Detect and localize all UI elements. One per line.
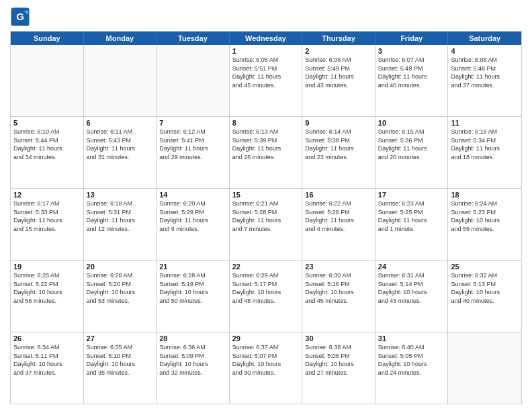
day-cell: 7Sunrise: 6:12 AM Sunset: 5:41 PM Daylig… <box>157 117 230 188</box>
day-number: 15 <box>232 191 300 199</box>
day-info: Sunrise: 6:34 AM Sunset: 5:11 PM Dayligh… <box>13 343 81 377</box>
day-info: Sunrise: 6:24 AM Sunset: 5:23 PM Dayligh… <box>451 199 519 233</box>
day-cell: 17Sunrise: 6:23 AM Sunset: 5:25 PM Dayli… <box>375 189 449 260</box>
day-cell: 16Sunrise: 6:22 AM Sunset: 5:26 PM Dayli… <box>302 189 375 260</box>
day-number: 1 <box>232 47 300 55</box>
day-info: Sunrise: 6:06 AM Sunset: 5:49 PM Dayligh… <box>305 56 372 89</box>
day-cell: 11Sunrise: 6:16 AM Sunset: 5:34 PM Dayli… <box>448 117 521 188</box>
day-number: 12 <box>13 191 81 199</box>
day-info: Sunrise: 6:26 AM Sunset: 5:20 PM Dayligh… <box>87 271 154 305</box>
day-cell: 2Sunrise: 6:06 AM Sunset: 5:49 PM Daylig… <box>302 45 375 116</box>
day-cell: 22Sunrise: 6:29 AM Sunset: 5:17 PM Dayli… <box>230 261 303 332</box>
day-number: 5 <box>13 119 81 127</box>
logo: G <box>10 7 33 27</box>
day-info: Sunrise: 6:13 AM Sunset: 5:39 PM Dayligh… <box>232 128 300 161</box>
day-cell: 27Sunrise: 6:35 AM Sunset: 5:10 PM Dayli… <box>84 332 157 404</box>
week-row-2: 5Sunrise: 6:10 AM Sunset: 5:44 PM Daylig… <box>11 116 521 188</box>
day-info: Sunrise: 6:10 AM Sunset: 5:44 PM Dayligh… <box>13 128 81 161</box>
day-info: Sunrise: 6:35 AM Sunset: 5:10 PM Dayligh… <box>87 343 154 377</box>
day-number: 21 <box>159 263 226 271</box>
day-cell: 21Sunrise: 6:28 AM Sunset: 5:19 PM Dayli… <box>157 261 230 332</box>
day-info: Sunrise: 6:29 AM Sunset: 5:17 PM Dayligh… <box>232 271 300 305</box>
day-info: Sunrise: 6:12 AM Sunset: 5:41 PM Dayligh… <box>159 128 226 161</box>
day-cell <box>448 332 521 404</box>
day-cell: 19Sunrise: 6:25 AM Sunset: 5:22 PM Dayli… <box>11 261 84 332</box>
day-number: 25 <box>451 263 519 271</box>
day-number: 10 <box>378 119 445 127</box>
week-row-4: 19Sunrise: 6:25 AM Sunset: 5:22 PM Dayli… <box>11 260 521 332</box>
calendar-container: G SundayMondayTuesdayWednesdayThursdayFr… <box>0 0 532 411</box>
day-cell: 6Sunrise: 6:11 AM Sunset: 5:43 PM Daylig… <box>84 117 157 188</box>
day-number: 23 <box>305 263 372 271</box>
day-number: 8 <box>232 119 300 127</box>
day-number: 31 <box>378 334 445 342</box>
calendar-body: 1Sunrise: 6:05 AM Sunset: 5:51 PM Daylig… <box>11 45 521 404</box>
day-number: 9 <box>305 119 372 127</box>
day-cell: 26Sunrise: 6:34 AM Sunset: 5:11 PM Dayli… <box>11 332 84 404</box>
day-info: Sunrise: 6:20 AM Sunset: 5:29 PM Dayligh… <box>159 199 226 233</box>
day-info: Sunrise: 6:21 AM Sunset: 5:28 PM Dayligh… <box>232 199 300 233</box>
day-info: Sunrise: 6:08 AM Sunset: 5:46 PM Dayligh… <box>451 56 519 89</box>
day-info: Sunrise: 6:22 AM Sunset: 5:26 PM Dayligh… <box>305 199 372 233</box>
day-header-saturday: Saturday <box>448 32 521 45</box>
day-header-tuesday: Tuesday <box>157 32 230 45</box>
day-number: 29 <box>232 334 300 342</box>
day-info: Sunrise: 6:07 AM Sunset: 5:48 PM Dayligh… <box>378 56 445 89</box>
day-number: 24 <box>378 263 445 271</box>
day-info: Sunrise: 6:18 AM Sunset: 5:31 PM Dayligh… <box>87 199 154 233</box>
day-cell: 15Sunrise: 6:21 AM Sunset: 5:28 PM Dayli… <box>230 189 303 260</box>
day-number: 22 <box>232 263 300 271</box>
day-info: Sunrise: 6:17 AM Sunset: 5:33 PM Dayligh… <box>13 199 81 233</box>
day-number: 20 <box>87 263 154 271</box>
day-number: 17 <box>378 191 445 199</box>
day-info: Sunrise: 6:05 AM Sunset: 5:51 PM Dayligh… <box>232 56 300 89</box>
day-header-monday: Monday <box>84 32 157 45</box>
day-number: 14 <box>159 191 226 199</box>
day-number: 16 <box>305 191 372 199</box>
day-cell <box>84 45 157 116</box>
day-info: Sunrise: 6:16 AM Sunset: 5:34 PM Dayligh… <box>451 128 519 161</box>
day-cell: 3Sunrise: 6:07 AM Sunset: 5:48 PM Daylig… <box>375 45 449 116</box>
day-info: Sunrise: 6:14 AM Sunset: 5:38 PM Dayligh… <box>305 128 372 161</box>
day-cell: 10Sunrise: 6:15 AM Sunset: 5:36 PM Dayli… <box>375 117 449 188</box>
day-number: 2 <box>305 47 372 55</box>
day-info: Sunrise: 6:11 AM Sunset: 5:43 PM Dayligh… <box>87 128 154 161</box>
day-cell: 29Sunrise: 6:37 AM Sunset: 5:07 PM Dayli… <box>230 332 303 404</box>
day-number: 27 <box>87 334 154 342</box>
day-cell: 4Sunrise: 6:08 AM Sunset: 5:46 PM Daylig… <box>448 45 521 116</box>
day-cell: 1Sunrise: 6:05 AM Sunset: 5:51 PM Daylig… <box>230 45 303 116</box>
day-info: Sunrise: 6:30 AM Sunset: 5:16 PM Dayligh… <box>305 271 372 305</box>
day-number: 30 <box>305 334 372 342</box>
day-cell: 13Sunrise: 6:18 AM Sunset: 5:31 PM Dayli… <box>84 189 157 260</box>
day-cell: 28Sunrise: 6:36 AM Sunset: 5:09 PM Dayli… <box>157 332 230 404</box>
day-cell: 25Sunrise: 6:32 AM Sunset: 5:13 PM Dayli… <box>448 261 521 332</box>
svg-text:G: G <box>16 11 24 22</box>
day-cell: 12Sunrise: 6:17 AM Sunset: 5:33 PM Dayli… <box>11 189 84 260</box>
day-header-sunday: Sunday <box>11 32 84 45</box>
day-cell: 9Sunrise: 6:14 AM Sunset: 5:38 PM Daylig… <box>302 117 375 188</box>
week-row-5: 26Sunrise: 6:34 AM Sunset: 5:11 PM Dayli… <box>11 332 521 404</box>
day-number: 3 <box>378 47 445 55</box>
day-cell <box>11 45 84 116</box>
day-info: Sunrise: 6:25 AM Sunset: 5:22 PM Dayligh… <box>13 271 81 305</box>
day-header-friday: Friday <box>375 32 449 45</box>
day-info: Sunrise: 6:36 AM Sunset: 5:09 PM Dayligh… <box>159 343 226 377</box>
day-number: 6 <box>87 119 154 127</box>
header: G <box>10 7 522 27</box>
day-number: 4 <box>451 47 519 55</box>
day-info: Sunrise: 6:31 AM Sunset: 5:14 PM Dayligh… <box>378 271 445 305</box>
day-header-thursday: Thursday <box>302 32 375 45</box>
day-cell <box>157 45 230 116</box>
week-row-1: 1Sunrise: 6:05 AM Sunset: 5:51 PM Daylig… <box>11 45 521 116</box>
day-info: Sunrise: 6:37 AM Sunset: 5:07 PM Dayligh… <box>232 343 300 377</box>
day-info: Sunrise: 6:23 AM Sunset: 5:25 PM Dayligh… <box>378 199 445 233</box>
day-cell: 14Sunrise: 6:20 AM Sunset: 5:29 PM Dayli… <box>157 189 230 260</box>
day-info: Sunrise: 6:38 AM Sunset: 5:06 PM Dayligh… <box>305 343 372 377</box>
day-number: 19 <box>13 263 81 271</box>
day-number: 13 <box>87 191 154 199</box>
week-row-3: 12Sunrise: 6:17 AM Sunset: 5:33 PM Dayli… <box>11 188 521 260</box>
day-cell: 8Sunrise: 6:13 AM Sunset: 5:39 PM Daylig… <box>230 117 303 188</box>
day-number: 11 <box>451 119 519 127</box>
day-header-wednesday: Wednesday <box>230 32 303 45</box>
day-number: 28 <box>159 334 226 342</box>
